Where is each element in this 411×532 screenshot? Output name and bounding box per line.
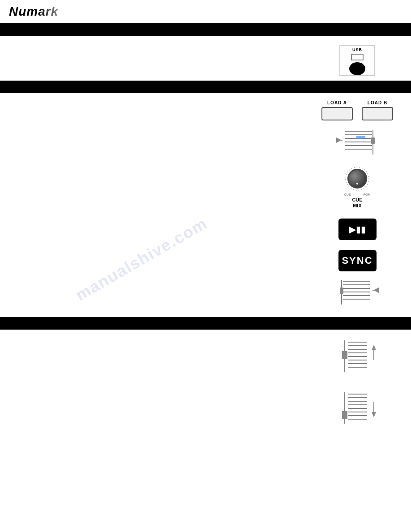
main-controls-section: manualshive.com LOAD A LOAD B xyxy=(0,93,411,317)
cue-mix-main-label: CUE MIX xyxy=(352,197,362,209)
pgm-side-label: PGM xyxy=(363,193,370,196)
load-a-button[interactable] xyxy=(321,107,353,120)
usb-label: USB xyxy=(352,47,362,52)
brand-logo: Numark xyxy=(9,4,58,19)
svg-rect-31 xyxy=(342,351,347,359)
load-b-label: LOAD B xyxy=(368,100,387,105)
svg-rect-21 xyxy=(372,290,379,291)
cue-mix-labels-row: CUE PGM xyxy=(344,193,371,196)
play-pause-symbol: ▶▮▮ xyxy=(349,224,366,235)
play-pause-button[interactable]: ▶▮▮ xyxy=(338,219,377,240)
usb-connector-circle xyxy=(349,62,365,75)
usb-icon-wrap: USB xyxy=(339,45,375,76)
fader-up-icon xyxy=(335,337,380,382)
fader-text xyxy=(9,333,313,433)
section-header-1 xyxy=(0,23,411,36)
usb-text-col xyxy=(9,40,313,49)
svg-rect-19 xyxy=(340,287,343,294)
svg-rect-33 xyxy=(373,350,374,360)
load-buttons-row: LOAD A LOAD B xyxy=(321,100,393,120)
svg-rect-6 xyxy=(356,136,365,139)
main-controls-text xyxy=(9,97,313,313)
svg-rect-45 xyxy=(373,402,374,412)
fader-section-icons xyxy=(313,333,402,433)
section-header-2 xyxy=(0,81,411,93)
load-a-wrap: LOAD A xyxy=(321,100,353,120)
sync-button[interactable]: SYNC xyxy=(338,250,377,271)
load-b-wrap: LOAD B xyxy=(362,100,393,120)
usb-port-icon xyxy=(351,54,364,60)
svg-rect-8 xyxy=(371,137,375,144)
load-b-button[interactable] xyxy=(362,107,393,120)
sync-label: SYNC xyxy=(342,255,372,266)
pitch-fader-icon xyxy=(332,278,383,309)
track-list-fader-icon xyxy=(332,128,383,159)
usb-icon-col: USB xyxy=(313,40,402,76)
cue-mix-knob[interactable] xyxy=(347,169,367,189)
svg-rect-43 xyxy=(342,411,347,419)
load-a-label: LOAD A xyxy=(327,100,347,105)
page-header: Numark xyxy=(0,0,411,23)
fader-section xyxy=(0,330,411,437)
main-controls-icons: LOAD A LOAD B xyxy=(313,97,402,313)
fader-down-icon xyxy=(335,389,380,433)
svg-rect-10 xyxy=(336,140,342,141)
cue-mix-wrap: CUE PGM CUE MIX xyxy=(344,165,371,209)
svg-marker-32 xyxy=(372,345,376,350)
cue-side-label: CUE xyxy=(344,193,351,196)
usb-section: USB xyxy=(0,36,411,81)
section-header-3 xyxy=(0,317,411,330)
svg-marker-44 xyxy=(372,412,376,417)
